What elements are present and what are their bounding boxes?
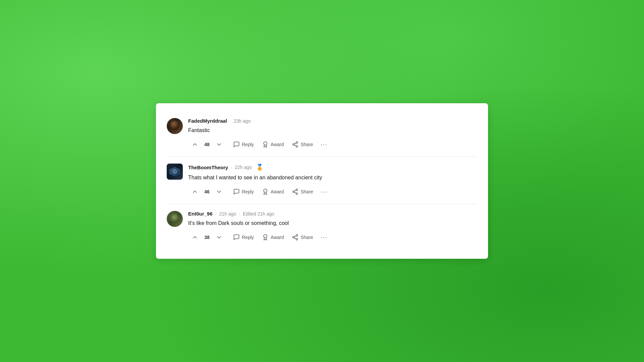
comment-body: TheBoomTheory · 22h ago 🏅 Thats what I w… bbox=[188, 164, 477, 197]
comment-header: FadedMyrddraal · 23h ago bbox=[188, 118, 477, 124]
reply-label: Reply bbox=[242, 189, 254, 194]
vote-section: 46 bbox=[188, 186, 226, 197]
comment-card: FadedMyrddraal · 23h ago Fantastic 48 bbox=[156, 103, 488, 259]
vote-section: 38 bbox=[188, 232, 226, 243]
action-bar: 48 Reply bbox=[188, 139, 477, 150]
reply-label: Reply bbox=[242, 235, 254, 240]
edited-badge: Edited 21h ago bbox=[243, 211, 274, 217]
action-bar: 46 Reply bbox=[188, 186, 477, 197]
more-button[interactable]: ··· bbox=[318, 139, 330, 149]
timestamp: 22h ago bbox=[235, 165, 252, 170]
username: FadedMyrddraal bbox=[188, 118, 227, 124]
share-label: Share bbox=[301, 142, 313, 147]
reply-icon bbox=[233, 234, 240, 241]
downvote-button[interactable] bbox=[212, 232, 226, 243]
share-label: Share bbox=[301, 189, 313, 194]
upvote-button[interactable] bbox=[188, 186, 202, 197]
separator: · bbox=[239, 211, 240, 217]
share-button[interactable]: Share bbox=[288, 186, 316, 197]
award-icon bbox=[262, 188, 269, 195]
comment-header: Ent0ur_96 · 21h ago · Edited 21h ago bbox=[188, 211, 477, 217]
vote-count: 48 bbox=[204, 142, 210, 147]
comment-item: Ent0ur_96 · 21h ago · Edited 21h ago It'… bbox=[167, 204, 477, 249]
timestamp: 23h ago bbox=[234, 118, 251, 124]
more-button[interactable]: ··· bbox=[318, 232, 330, 242]
award-button[interactable]: Award bbox=[259, 139, 287, 150]
award-label: Award bbox=[271, 189, 284, 194]
more-button[interactable]: ··· bbox=[318, 187, 330, 197]
comment-text: Fantastic bbox=[188, 126, 477, 134]
vote-section: 48 bbox=[188, 139, 226, 150]
svg-line-16 bbox=[294, 238, 296, 239]
svg-line-17 bbox=[294, 236, 296, 237]
separator: · bbox=[230, 118, 231, 124]
comment-text: Thats what I wanted to see in an abandon… bbox=[188, 174, 477, 182]
downvote-button[interactable] bbox=[212, 139, 226, 150]
reply-icon bbox=[233, 141, 240, 148]
svg-point-6 bbox=[264, 189, 267, 192]
reply-button[interactable]: Reply bbox=[230, 139, 257, 150]
reply-icon bbox=[233, 188, 240, 195]
share-button[interactable]: Share bbox=[288, 139, 316, 150]
downvote-button[interactable] bbox=[212, 186, 226, 197]
share-icon bbox=[292, 141, 299, 148]
svg-point-12 bbox=[264, 235, 267, 238]
downvote-icon bbox=[216, 141, 222, 148]
comment-body: Ent0ur_96 · 21h ago · Edited 21h ago It'… bbox=[188, 211, 477, 243]
username: TheBoomTheory bbox=[188, 165, 228, 170]
svg-point-0 bbox=[264, 142, 267, 145]
reply-button[interactable]: Reply bbox=[230, 232, 257, 243]
vote-count: 46 bbox=[204, 189, 210, 194]
award-icon bbox=[262, 234, 269, 241]
upvote-icon bbox=[192, 141, 198, 148]
avatar bbox=[167, 164, 183, 180]
vote-count: 38 bbox=[204, 235, 210, 240]
downvote-icon bbox=[216, 188, 222, 195]
comment-body: FadedMyrddraal · 23h ago Fantastic 48 bbox=[188, 118, 477, 150]
reply-label: Reply bbox=[242, 142, 254, 147]
award-button[interactable]: Award bbox=[259, 186, 287, 197]
svg-line-11 bbox=[294, 190, 296, 191]
award-badge: 🏅 bbox=[256, 164, 263, 171]
share-label: Share bbox=[301, 235, 313, 240]
upvote-button[interactable] bbox=[188, 232, 202, 243]
avatar bbox=[167, 118, 183, 134]
reply-button[interactable]: Reply bbox=[230, 186, 257, 197]
separator: · bbox=[231, 165, 232, 170]
avatar bbox=[167, 211, 183, 227]
award-icon bbox=[262, 141, 269, 148]
svg-line-4 bbox=[294, 145, 296, 146]
downvote-icon bbox=[216, 234, 222, 241]
timestamp: 21h ago bbox=[219, 211, 236, 217]
upvote-icon bbox=[192, 234, 198, 241]
svg-line-10 bbox=[294, 192, 296, 193]
action-bar: 38 Reply bbox=[188, 232, 477, 243]
upvote-icon bbox=[192, 188, 198, 195]
award-button[interactable]: Award bbox=[259, 232, 287, 243]
comment-header: TheBoomTheory · 22h ago 🏅 bbox=[188, 164, 477, 171]
svg-line-5 bbox=[294, 143, 296, 144]
username: Ent0ur_96 bbox=[188, 211, 213, 217]
award-label: Award bbox=[271, 235, 284, 240]
separator: · bbox=[215, 211, 217, 217]
share-button[interactable]: Share bbox=[288, 232, 316, 243]
comment-item: FadedMyrddraal · 23h ago Fantastic 48 bbox=[167, 111, 477, 157]
share-icon bbox=[292, 188, 299, 195]
award-emoji: 🏅 bbox=[256, 164, 263, 171]
award-label: Award bbox=[271, 142, 284, 147]
share-icon bbox=[292, 234, 299, 241]
comment-text: It's like from Dark souls or something, … bbox=[188, 219, 477, 227]
upvote-button[interactable] bbox=[188, 139, 202, 150]
comment-item: TheBoomTheory · 22h ago 🏅 Thats what I w… bbox=[167, 157, 477, 204]
